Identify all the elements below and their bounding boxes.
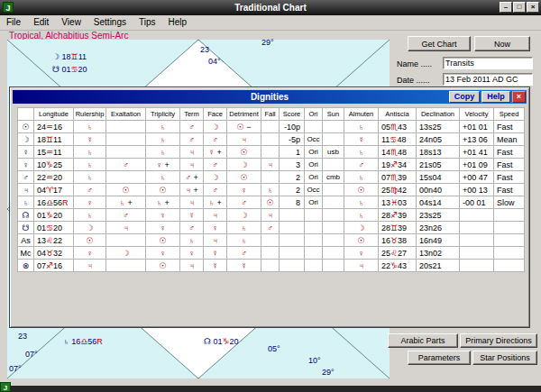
menu-item-settings[interactable]: Settings xyxy=(87,15,133,30)
cell-ori: Ori xyxy=(305,196,323,209)
cell-spd xyxy=(494,209,525,222)
cell-exa xyxy=(106,260,146,272)
now-button[interactable]: Now xyxy=(474,36,530,51)
cell-term: ♂ xyxy=(180,133,204,146)
cell-fall xyxy=(261,247,280,260)
dialog-close-icon[interactable]: × xyxy=(512,91,526,103)
cell-vel: +00 47 xyxy=(460,171,494,184)
cell-lon: 04♈17 xyxy=(34,184,74,196)
cell-term: ♄ xyxy=(180,234,204,247)
table-row: As13♌22☉☉♄♃♄☉16♉3816n49 xyxy=(18,234,525,247)
menu-item-help[interactable]: Help xyxy=(162,15,194,30)
cell-tri: ☉ xyxy=(146,184,180,196)
column-header: Face xyxy=(204,108,227,121)
wheel-label: ☋ 01♋20 xyxy=(52,65,87,74)
close-icon[interactable]: × xyxy=(527,2,539,13)
cell-sun xyxy=(323,196,344,209)
menu-item-view[interactable]: View xyxy=(55,15,87,30)
cell-rul: ♃ xyxy=(74,260,106,272)
wheel-label: 04° xyxy=(208,57,221,66)
cell-face: ♃ xyxy=(204,234,227,247)
maximize-icon[interactable]: □ xyxy=(513,2,526,13)
cell-det: ☽ xyxy=(227,159,261,171)
table-row: ♃04♈17♂☉☉♃ +♂♀♄2Occ☉25♍4200n40+00 13Fast xyxy=(18,184,525,196)
table-row: ☿15♒11♄♄♃☿ +☉1Oriusb♄14♏4818s13+01 41Fas… xyxy=(18,146,525,159)
copy-button[interactable]: Copy xyxy=(449,91,480,103)
cell-alm: ♄ xyxy=(344,121,379,133)
cell-tri: ♄ + xyxy=(146,196,180,209)
menu-item-tips[interactable]: Tips xyxy=(133,15,162,30)
taskbar-icon[interactable]: J xyxy=(0,382,11,392)
column-header: Fall xyxy=(261,108,280,121)
cell-dec: 04s14 xyxy=(417,196,460,209)
star-positions-button[interactable]: Star Positions xyxy=(472,351,537,365)
table-row: ⊗07♐16♃☉♃☿☿♃22♑4320s21 xyxy=(18,260,525,272)
window-title: Traditional Chart xyxy=(234,3,306,13)
cell-ori: Occ xyxy=(305,184,323,196)
cell-p: As xyxy=(18,234,34,247)
column-header: Term xyxy=(180,108,204,121)
arabic-parts-button[interactable]: Arabic Parts xyxy=(388,333,458,348)
cell-rul: ☿ xyxy=(74,133,106,146)
cell-rul: ♀ xyxy=(74,247,106,260)
column-header: Rulership xyxy=(74,108,106,121)
menu-item-edit[interactable]: Edit xyxy=(27,15,55,30)
cell-spd: Fast xyxy=(494,184,525,196)
cell-sun xyxy=(323,184,344,196)
cell-ant: 28♐39 xyxy=(379,209,417,222)
table-row: ☊01♑20♄♂♀☿♃☽♃♄28♐3923s25 xyxy=(18,209,525,222)
cell-tri: ♀ + xyxy=(146,159,180,171)
cell-exa xyxy=(106,133,146,146)
cell-fall xyxy=(261,146,280,159)
cell-term: ♀ xyxy=(180,247,204,260)
dignities-dialog: Dignities Copy Help × LongitudeRulership… xyxy=(9,87,530,328)
cell-ori xyxy=(305,121,323,133)
cell-det: ♂ xyxy=(227,247,261,260)
parameters-button[interactable]: Parameters xyxy=(408,351,471,365)
help-button[interactable]: Help xyxy=(481,91,510,103)
cell-p: ⊗ xyxy=(18,260,34,272)
cell-tri: ♄ xyxy=(146,133,180,146)
wheel-label: 05° xyxy=(268,344,280,353)
cell-term: ♂ xyxy=(180,222,204,234)
dialog-title-bar[interactable]: Dignities Copy Help × xyxy=(13,90,527,104)
cell-fall: ☉ xyxy=(261,196,280,209)
cell-p: ☽ xyxy=(18,133,34,146)
cell-dec: 16n49 xyxy=(417,234,460,247)
cell-lon: 22♒20 xyxy=(34,171,74,184)
cell-face: ☿ xyxy=(204,260,227,272)
cell-p: ☋ xyxy=(18,222,34,234)
wheel-label: 23 xyxy=(200,45,209,54)
cell-rul: ♄ xyxy=(74,159,106,171)
minimize-icon[interactable]: – xyxy=(500,2,512,13)
cell-exa xyxy=(106,121,146,133)
cell-ant: 25♍42 xyxy=(379,184,417,196)
cell-fall xyxy=(261,121,280,133)
cell-ori: Occ xyxy=(305,133,323,146)
primary-directions-button[interactable]: Primary Directions xyxy=(460,333,537,348)
cell-spd: Fast xyxy=(494,121,525,133)
cell-score: 2 xyxy=(280,171,305,184)
cell-spd xyxy=(494,260,525,272)
name-input[interactable] xyxy=(443,57,533,69)
get-chart-button[interactable]: Get Chart xyxy=(408,36,471,51)
cell-sun xyxy=(323,159,344,171)
cell-p: ☿ xyxy=(18,146,34,159)
cell-det: ☿ xyxy=(227,260,261,272)
cell-det: ♀ xyxy=(227,184,261,196)
cell-ant: 14♏48 xyxy=(379,146,417,159)
cell-spd: Fast xyxy=(494,159,525,171)
table-row: Mc04♉32♀☽♀♀☿♂♀25♌2713n02 xyxy=(18,247,525,260)
cell-tri: ♄ xyxy=(146,146,180,159)
cell-sun xyxy=(323,247,344,260)
column-header: Speed xyxy=(494,108,525,121)
cell-exa: ♂ xyxy=(106,209,146,222)
cell-exa: ♂ xyxy=(106,159,146,171)
cell-term: ♃ xyxy=(180,196,204,209)
title-bar[interactable]: J Traditional Chart – □ × xyxy=(0,0,541,15)
cell-score: -5p xyxy=(280,133,305,146)
date-input[interactable] xyxy=(443,73,533,86)
cell-vel xyxy=(460,260,494,272)
menu-item-file[interactable]: File xyxy=(0,15,27,30)
cell-ant: 11♋48 xyxy=(379,133,417,146)
